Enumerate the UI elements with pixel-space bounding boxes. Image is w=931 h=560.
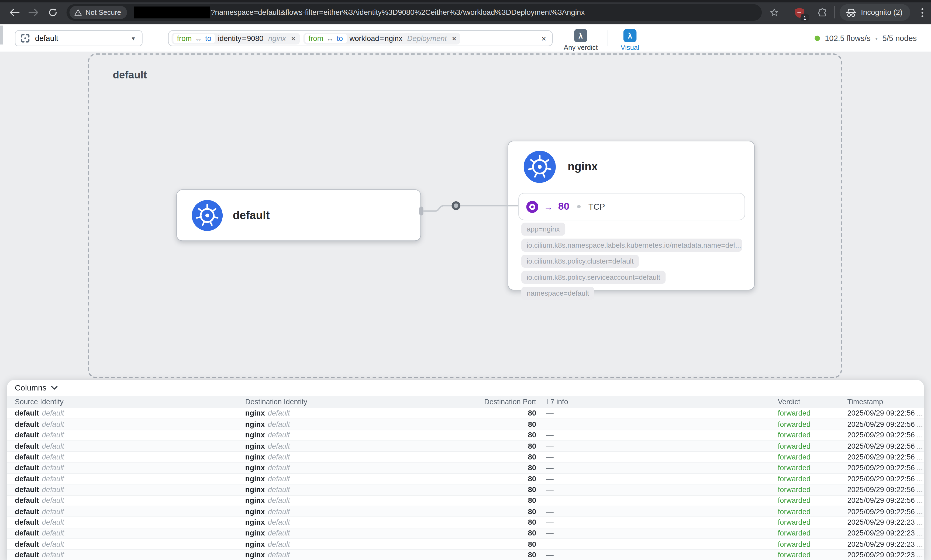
- namespace-frame-title: default: [113, 69, 147, 82]
- timestamp-cell: 2025/09/29 09:22:56 ...: [847, 496, 924, 505]
- nodes-count: 5/5 nodes: [882, 34, 917, 43]
- flow-row[interactable]: defaultdefault nginxdefault 80 — forward…: [7, 429, 924, 440]
- source-identity-cell: defaultdefault: [15, 540, 245, 548]
- hubble-toolbar: default ▼ from ↔ to identity=9080 nginx …: [0, 24, 931, 52]
- destination-identity-cell: nginxdefault: [245, 464, 477, 472]
- flows-table-body: defaultdefault nginxdefault 80 — forward…: [7, 408, 924, 560]
- verdict-filter-button[interactable]: λ Any verdict: [562, 29, 600, 51]
- not-secure-chip[interactable]: Not Secure: [69, 6, 127, 19]
- verdict-cell: forwarded: [778, 508, 848, 516]
- from-label: from: [177, 34, 192, 43]
- not-secure-label: Not Secure: [85, 8, 121, 17]
- bookmark-button[interactable]: [768, 6, 780, 19]
- dot-separator: •: [875, 35, 878, 42]
- destination-port-cell: 80: [477, 529, 536, 538]
- namespace-select[interactable]: default ▼: [15, 30, 143, 46]
- back-arrow-icon: [9, 8, 19, 17]
- destination-port-cell: 80: [477, 551, 536, 560]
- flow-row[interactable]: defaultdefault nginxdefault 80 — forward…: [7, 528, 924, 538]
- verdict-cell: forwarded: [778, 496, 848, 505]
- address-bar[interactable]: Not Secure ?namespace=default&flows-filt…: [66, 4, 762, 21]
- header-destination-identity: Destination Identity: [245, 398, 477, 406]
- l7-info-cell: —: [536, 508, 778, 516]
- flow-row[interactable]: defaultdefault nginxdefault 80 — forward…: [7, 462, 924, 473]
- clear-filters-icon[interactable]: ×: [542, 34, 546, 43]
- direction-toggle[interactable]: from ↔ to: [305, 34, 346, 43]
- destination-identity-cell: nginxdefault: [245, 551, 477, 560]
- l7-info-cell: —: [536, 464, 778, 472]
- columns-selector[interactable]: Columns: [7, 380, 924, 396]
- warning-icon: [74, 9, 82, 16]
- puzzle-icon: [817, 8, 827, 17]
- destination-port-cell: 80: [477, 508, 536, 516]
- verdict-cell: forwarded: [778, 431, 848, 440]
- verdict-cell: forwarded: [778, 486, 848, 494]
- status-dot-icon: [815, 35, 820, 41]
- service-node-nginx[interactable]: nginx → 80 TCP app=nginx io.cilium.k8s.n…: [508, 141, 754, 290]
- extension-shield-button[interactable]: 1: [793, 6, 806, 19]
- toolbar-divider: [834, 6, 835, 18]
- visual-mode-button[interactable]: λ Visual: [616, 29, 644, 51]
- source-identity-cell: defaultdefault: [15, 453, 245, 462]
- flow-row[interactable]: defaultdefault nginxdefault 80 — forward…: [7, 495, 924, 506]
- verdict-cell: forwarded: [778, 540, 848, 548]
- flows-rate: 102.5 flows/s: [825, 34, 871, 43]
- flow-row[interactable]: defaultdefault nginxdefault 80 — forward…: [7, 441, 924, 451]
- port-access-row[interactable]: → 80 TCP: [518, 193, 745, 220]
- back-button[interactable]: [7, 5, 21, 20]
- flow-row[interactable]: defaultdefault nginxdefault 80 — forward…: [7, 538, 924, 549]
- destination-port-cell: 80: [477, 496, 536, 505]
- verdict-icon: λ: [574, 29, 587, 42]
- flow-row[interactable]: defaultdefault nginxdefault 80 — forward…: [7, 506, 924, 517]
- timestamp-cell: 2025/09/29 09:22:56 ...: [847, 475, 924, 483]
- flow-row[interactable]: defaultdefault nginxdefault 80 — forward…: [7, 419, 924, 429]
- label-chip: io.cilium.k8s.namespace.labels.kubernete…: [521, 239, 742, 252]
- destination-identity-cell: nginxdefault: [245, 442, 477, 450]
- l7-info-cell: —: [536, 551, 778, 560]
- source-identity-cell: defaultdefault: [15, 496, 245, 505]
- flow-row[interactable]: defaultdefault nginxdefault 80 — forward…: [7, 408, 924, 418]
- destination-port-cell: 80: [477, 464, 536, 472]
- toolbar-separator: [607, 30, 607, 46]
- source-identity-cell: defaultdefault: [15, 486, 245, 494]
- destination-identity-cell: nginxdefault: [245, 420, 477, 429]
- flow-row[interactable]: defaultdefault nginxdefault 80 — forward…: [7, 517, 924, 528]
- timestamp-cell: 2025/09/29 09:22:56 ...: [847, 409, 924, 417]
- filter-chip[interactable]: from ↔ to identity=9080 nginx ×: [172, 32, 300, 44]
- destination-port-cell: 80: [477, 420, 536, 429]
- filter-value: nginx: [385, 34, 402, 43]
- remove-filter-icon[interactable]: ×: [452, 34, 456, 43]
- source-identity-cell: defaultdefault: [15, 420, 245, 429]
- direction-toggle[interactable]: from ↔ to: [173, 34, 215, 43]
- filter-key: workload: [349, 34, 379, 43]
- browser-menu-button[interactable]: [917, 5, 927, 20]
- timestamp-cell: 2025/09/29 09:22:56 ...: [847, 442, 924, 450]
- verdict-cell: forwarded: [778, 464, 848, 472]
- verdict-cell: forwarded: [778, 518, 848, 526]
- flow-row[interactable]: defaultdefault nginxdefault 80 — forward…: [7, 549, 924, 560]
- flow-row[interactable]: defaultdefault nginxdefault 80 — forward…: [7, 473, 924, 484]
- destination-port-cell: 80: [477, 518, 536, 526]
- flows-filter-input[interactable]: from ↔ to identity=9080 nginx × from ↔ t…: [168, 30, 552, 46]
- forward-button[interactable]: [26, 5, 40, 20]
- l7-info-cell: —: [536, 453, 778, 462]
- flow-row[interactable]: defaultdefault nginxdefault 80 — forward…: [7, 484, 924, 495]
- label-chip: io.cilium.k8s.policy.serviceaccount=defa…: [521, 271, 665, 283]
- service-node-default[interactable]: default: [176, 189, 421, 241]
- extensions-button[interactable]: [816, 6, 829, 19]
- service-map[interactable]: default default: [0, 52, 931, 380]
- columns-label: Columns: [15, 383, 46, 392]
- reload-button[interactable]: [46, 5, 60, 20]
- destination-port-cell: 80: [477, 431, 536, 440]
- verdict-cell: forwarded: [778, 529, 848, 538]
- node-title: nginx: [568, 160, 598, 173]
- port-number: 80: [558, 201, 569, 212]
- label-chip: namespace=default: [521, 287, 594, 300]
- incognito-button[interactable]: Incognito (2): [840, 4, 910, 21]
- flow-row[interactable]: defaultdefault nginxdefault 80 — forward…: [7, 451, 924, 462]
- namespace-selected: default: [35, 34, 125, 43]
- filter-chip[interactable]: from ↔ to workload=nginx Deployment ×: [303, 32, 461, 44]
- destination-identity-cell: nginxdefault: [245, 431, 477, 440]
- label-chip: io.cilium.k8s.policy.cluster=default: [521, 255, 639, 268]
- remove-filter-icon[interactable]: ×: [291, 34, 295, 43]
